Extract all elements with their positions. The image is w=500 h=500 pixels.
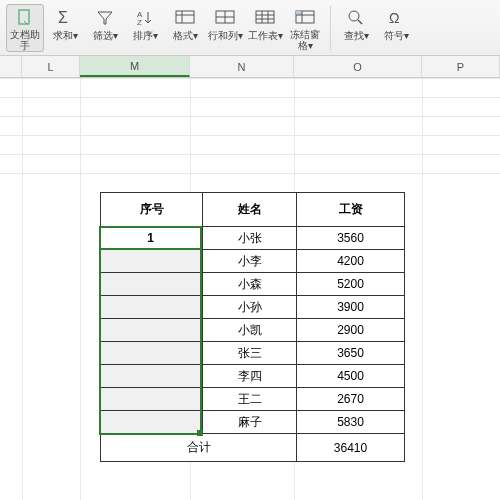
cell-name[interactable]: 麻子 [203, 411, 297, 434]
cell-salary[interactable]: 3900 [297, 296, 405, 319]
table-row: 小李4200 [101, 250, 405, 273]
tool-rowcol[interactable]: 行和列▾ [206, 4, 244, 52]
cell-seq[interactable] [101, 388, 203, 411]
total-label[interactable]: 合计 [101, 434, 297, 462]
tool-filter[interactable]: 筛选▾ [86, 4, 124, 52]
col-header-selected[interactable]: M [80, 56, 190, 77]
cell-seq[interactable] [101, 319, 203, 342]
cell-salary[interactable]: 3560 [297, 227, 405, 250]
tool-sort[interactable]: AZ 排序▾ [126, 4, 164, 52]
cell-seq[interactable] [101, 250, 203, 273]
svg-rect-0 [19, 10, 29, 24]
tool-label: 查找▾ [344, 30, 369, 41]
cell-salary[interactable]: 4500 [297, 365, 405, 388]
find-icon [345, 8, 367, 28]
svg-rect-16 [296, 11, 302, 15]
svg-line-20 [358, 20, 362, 24]
cell-name[interactable]: 小孙 [203, 296, 297, 319]
cell-seq[interactable] [101, 411, 203, 434]
rowcol-icon [214, 8, 236, 28]
tool-sum[interactable]: Σ 求和▾ [46, 4, 84, 52]
format-icon [174, 8, 196, 28]
cell-seq[interactable] [101, 365, 203, 388]
cell-grid[interactable]: 序号 姓名 工资 1小张3560小李4200小森5200小孙3900小凯2900… [0, 78, 500, 500]
symbol-icon: Ω [385, 8, 407, 28]
cell-salary[interactable]: 5830 [297, 411, 405, 434]
tool-label: 文档助手 [7, 29, 43, 51]
table-header-row: 序号 姓名 工资 [101, 193, 405, 227]
cell-seq[interactable] [101, 342, 203, 365]
spreadsheet-area[interactable]: L M N O P 序号 姓名 工资 1小张3560小李4200小森5200小孙… [0, 56, 500, 500]
sheet-icon [254, 8, 276, 28]
tool-format[interactable]: 格式▾ [166, 4, 204, 52]
freeze-icon [294, 8, 316, 27]
cell-name[interactable]: 王二 [203, 388, 297, 411]
cell-name[interactable]: 小森 [203, 273, 297, 296]
tool-label: 行和列▾ [208, 30, 243, 41]
column-headers: L M N O P [0, 56, 500, 78]
active-cell[interactable]: 1 [99, 226, 202, 250]
cell-name[interactable]: 李四 [203, 365, 297, 388]
cell-salary[interactable]: 3650 [297, 342, 405, 365]
tool-label: 筛选▾ [93, 30, 118, 41]
header-salary[interactable]: 工资 [297, 193, 405, 227]
col-header[interactable]: L [22, 56, 80, 77]
header-seq[interactable]: 序号 [101, 193, 203, 227]
table-row: 王二2670 [101, 388, 405, 411]
sort-icon: AZ [134, 8, 156, 28]
svg-rect-10 [256, 11, 274, 23]
tool-label: 排序▾ [133, 30, 158, 41]
cell-name[interactable]: 小张 [203, 227, 297, 250]
table-row: 张三3650 [101, 342, 405, 365]
table-row: 小凯2900 [101, 319, 405, 342]
tool-symbol[interactable]: Ω 符号▾ [377, 4, 415, 52]
cell-salary[interactable]: 4200 [297, 250, 405, 273]
total-value[interactable]: 36410 [297, 434, 405, 462]
filter-icon [94, 8, 116, 28]
col-header[interactable]: P [422, 56, 500, 77]
active-cell-value: 1 [147, 231, 154, 245]
svg-rect-4 [176, 11, 194, 23]
col-header[interactable]: O [294, 56, 422, 77]
header-name[interactable]: 姓名 [203, 193, 297, 227]
svg-text:Z: Z [137, 18, 142, 27]
tool-find[interactable]: 查找▾ [337, 4, 375, 52]
tool-label: 求和▾ [53, 30, 78, 41]
table-row: 小孙3900 [101, 296, 405, 319]
tool-freeze[interactable]: 冻结窗格▾ [286, 4, 324, 52]
svg-text:Ω: Ω [389, 10, 399, 26]
table-row: 麻子5830 [101, 411, 405, 434]
cell-seq[interactable] [101, 273, 203, 296]
cell-name[interactable]: 小凯 [203, 319, 297, 342]
tool-label: 工作表▾ [248, 30, 283, 41]
total-row: 合计 36410 [101, 434, 405, 462]
doc-icon [14, 8, 36, 27]
cell-name[interactable]: 小李 [203, 250, 297, 273]
tool-worksheet[interactable]: 工作表▾ [246, 4, 284, 52]
col-header[interactable]: N [190, 56, 294, 77]
svg-point-19 [349, 11, 359, 21]
tool-label: 格式▾ [173, 30, 198, 41]
table-row: 李四4500 [101, 365, 405, 388]
cell-salary[interactable]: 5200 [297, 273, 405, 296]
sum-icon: Σ [54, 8, 76, 28]
ribbon-toolbar: 文档助手 Σ 求和▾ 筛选▾ AZ 排序▾ 格式▾ 行和列▾ 工作表▾ 冻结窗格… [0, 0, 500, 56]
tool-doc-assistant[interactable]: 文档助手 [6, 4, 44, 52]
tool-label: 符号▾ [384, 30, 409, 41]
col-header-corner[interactable] [0, 56, 22, 77]
tool-label: 冻结窗格▾ [287, 29, 323, 51]
cell-seq[interactable] [101, 296, 203, 319]
table-row: 小森5200 [101, 273, 405, 296]
cell-salary[interactable]: 2900 [297, 319, 405, 342]
cell-name[interactable]: 张三 [203, 342, 297, 365]
svg-text:Σ: Σ [58, 9, 68, 26]
cell-salary[interactable]: 2670 [297, 388, 405, 411]
separator [330, 6, 331, 50]
